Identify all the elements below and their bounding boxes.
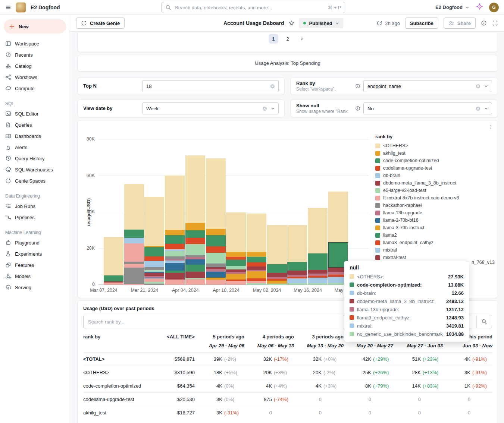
chart-bar-week-8[interactable] [267,225,287,285]
sidebar-item-workflows[interactable]: Workflows [0,72,70,83]
chart-bar-week-10[interactable] [308,208,328,285]
legend-item-overflow[interactable]: n_768_v13 [472,260,495,265]
sidebar-item-sql-warehouses[interactable]: SQL Warehouses [0,164,70,175]
pagination: 12 [269,34,307,52]
clear-icon[interactable] [475,83,481,89]
clear-icon[interactable] [475,106,481,111]
sidebar-item-dashboards[interactable]: Dashboards [0,130,70,142]
column-header-3-periods-ago[interactable]: 3 periods ago [294,331,344,342]
workspace-title: E2 Dogfood [31,4,60,10]
legend-item-akhilg-test[interactable]: akhilg_test [375,149,497,157]
period-value: 4K(-91%) [443,353,492,366]
sidebar-item-compute[interactable]: Compute [0,83,70,94]
user-avatar[interactable]: G [489,3,499,12]
chart-bar-week-3[interactable] [165,176,185,285]
legend-item-hackathon-raphael[interactable]: hackathon-raphael [375,202,497,209]
legend-item-db-brain[interactable]: db-brain [375,172,497,179]
chevron-down-icon[interactable] [483,106,489,111]
page-button-2[interactable]: 2 [283,34,292,44]
legend-label: codellama-upgrade-test [383,165,432,171]
global-search-input[interactable] [174,4,325,11]
chart-bar-week-4[interactable] [185,155,205,285]
filter-input-view-date-by[interactable]: Week [142,102,279,114]
create-genie-button[interactable]: Create Genie [76,18,125,29]
sidebar-item-workspace[interactable]: Workspace [0,38,70,49]
tooltip-row: db-brain:12.66 [350,289,464,297]
chart-bar-week-5[interactable] [206,158,226,285]
legend-item-ft-mixtral-8x7b-instruct-caio-demo-v3[interactable]: ft-mixtral-8x7b-instruct-caio-demo-v3 [375,194,497,202]
legend-item-code-completion-optimized[interactable]: code-completion-optimized [375,157,497,164]
clear-icon[interactable] [270,83,275,89]
bar-segment-green [247,257,266,262]
chart-bar-week-7[interactable] [247,214,266,285]
bar-segment-tan [328,192,348,242]
legend-item-llama-2-70b-bf16[interactable]: llama-2-70b-bf16 [375,217,497,224]
subscribe-button[interactable]: Subscribe [405,18,438,29]
clear-icon[interactable] [262,106,267,111]
page-button-1[interactable]: 1 [269,34,278,44]
sidebar-item-catalog[interactable]: Catalog [0,60,70,72]
table-search-button[interactable] [476,315,492,328]
workspace-switcher[interactable]: E2 Dogfood [435,4,470,10]
workspace-logo[interactable] [16,2,26,13]
assistant-sparkle-icon[interactable] [476,3,483,12]
sidebar-item-recents[interactable]: Recents [0,49,70,60]
kebab-menu-icon[interactable] [488,124,494,130]
legend-item-llama-3-70b-instruct[interactable]: llama-3-70b-instruct [375,224,497,231]
column-header-rank-by[interactable]: rank by [83,331,158,342]
sidebar-item-alerts[interactable]: Alerts [0,142,70,153]
row-name: <OTHERS> [83,366,158,379]
filter-input-top-n[interactable]: 18 [142,80,279,92]
sidebar-item-pipelines[interactable]: Pipelines [0,212,70,223]
publish-status-chip[interactable]: Published [299,18,344,28]
sidebar-item-playground[interactable]: Playground [0,237,70,248]
column-header-all-time[interactable]: <ALL TIME> [158,331,195,342]
bar-segment-salmon [206,280,226,285]
chart-bar-week-1[interactable] [124,184,144,285]
models-icon [5,273,11,279]
global-search[interactable]: ⌘ + P [161,2,345,13]
info-icon[interactable] [481,20,487,26]
filter-input-show-null[interactable]: No [363,102,492,114]
bar-segment-gray [144,284,164,285]
legend-item-mixtral[interactable]: mixtral [375,246,497,254]
legend-item-llama2[interactable]: llama2 [375,231,497,239]
period-value: 20K(+8%) [244,366,294,379]
legend-swatch [375,166,380,171]
legend-item-dbdemo-meta-llama-3-8b-instruct[interactable]: dbdemo-meta_llama_3_8b_instruct [375,179,497,187]
sidebar-item-features[interactable]: Features [0,259,70,271]
info-icon[interactable] [355,106,360,111]
column-header-4-periods-ago[interactable]: 4 periods ago [244,331,294,342]
sidebar-item-query-history[interactable]: Query History [0,153,70,164]
new-button[interactable]: New [4,19,66,34]
legend-item-llama-13b-upgrade[interactable]: llama-13b-upgrade [375,209,497,217]
fullscreen-icon[interactable] [492,20,498,26]
sidebar-item-job-runs[interactable]: Job Runs [0,201,70,212]
legend-item-others[interactable]: <OTHERS> [375,142,497,149]
sidebar-item-queries[interactable]: Queries [0,119,70,130]
column-header-5-periods-ago[interactable]: 5 periods ago [195,331,244,342]
sidebar-item-models[interactable]: Models [0,271,70,282]
sidebar-item-genie-spaces[interactable]: Genie Spaces [0,175,70,186]
sidebar-item-sql-editor[interactable]: SQL Editor [0,108,70,119]
sidebar-item-serving[interactable]: Serving [0,282,70,293]
filter-input-rank-by[interactable]: endpoint_name [363,80,492,92]
chevron-down-icon[interactable] [270,106,275,111]
info-icon[interactable] [355,83,360,89]
sidebar-item-experiments[interactable]: Experiments [0,248,70,259]
legend-item-codellama-upgrade-test[interactable]: codellama-upgrade-test [375,164,497,172]
chart-bar-week-0[interactable] [104,237,123,285]
favorite-star-icon[interactable] [289,20,295,26]
sidebar-section-label-machine-learning: Machine Learning [0,228,70,237]
menu-icon[interactable] [5,4,11,10]
legend-item-llama3-endpoint-cathyz[interactable]: llama3_endpoint_cathyz [375,239,497,246]
legend-item-e5-large-v2-load-test[interactable]: e5-large-v2-load-test [375,187,497,194]
chevron-down-icon[interactable] [483,83,489,89]
chart-bar-week-2[interactable] [144,197,164,285]
refresh-control[interactable]: 2h ago [376,20,400,26]
share-button[interactable]: Share [444,18,476,29]
chart-bar-week-6[interactable] [226,212,246,285]
chart-bar-week-9[interactable] [287,225,307,285]
next-page-button[interactable] [297,34,307,44]
period-range-header: Apr 29 - May 06 [195,342,244,353]
